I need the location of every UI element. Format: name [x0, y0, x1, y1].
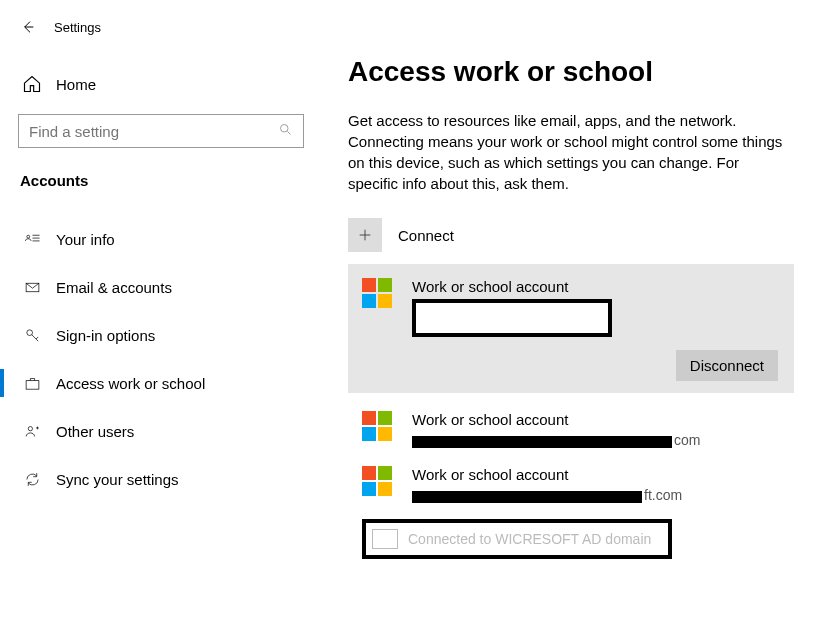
briefcase-icon [22, 375, 42, 392]
key-icon [22, 327, 42, 344]
page-description: Get access to resources like email, apps… [348, 110, 788, 194]
connect-row[interactable]: Connect [348, 218, 794, 252]
sidebar: Settings Home Accounts Your info [0, 0, 322, 618]
nav-label: Sign-in options [56, 327, 155, 344]
nav-label: Sync your settings [56, 471, 179, 488]
person-card-icon [22, 231, 42, 248]
search-icon [278, 122, 293, 140]
search-box[interactable] [18, 114, 304, 148]
nav-sync-settings[interactable]: Sync your settings [0, 455, 322, 503]
email-suffix: ft.com [644, 487, 682, 503]
svg-point-12 [28, 426, 32, 430]
nav-label: Access work or school [56, 375, 205, 392]
connect-label: Connect [398, 227, 454, 244]
redacted-email [412, 436, 672, 448]
account-card[interactable]: Work or school account ft.com [348, 466, 794, 503]
nav-list: Your info Email & accounts Sign-in optio… [0, 215, 322, 503]
nav-signin-options[interactable]: Sign-in options [0, 311, 322, 359]
app-title: Settings [54, 20, 101, 35]
nav-label: Other users [56, 423, 134, 440]
nav-email-accounts[interactable]: Email & accounts [0, 263, 322, 311]
nav-label: Your info [56, 231, 115, 248]
page-title: Access work or school [348, 56, 794, 88]
disconnect-button[interactable]: Disconnect [676, 350, 778, 381]
microsoft-logo-icon [362, 411, 392, 441]
home-nav[interactable]: Home [0, 60, 322, 108]
sync-icon [22, 471, 42, 488]
home-icon [22, 74, 42, 94]
mail-icon [22, 279, 42, 296]
email-suffix: com [674, 432, 700, 448]
svg-rect-11 [26, 380, 39, 389]
redacted-email [412, 491, 642, 503]
svg-line-2 [287, 131, 290, 134]
microsoft-logo-icon [362, 278, 392, 308]
search-input[interactable] [29, 123, 253, 140]
add-connect-button[interactable] [348, 218, 382, 252]
microsoft-logo-icon [362, 466, 392, 496]
account-title: Work or school account [412, 411, 700, 428]
account-title: Work or school account [412, 278, 612, 295]
back-button[interactable] [8, 11, 48, 43]
domain-connection-card[interactable]: Connected to WICRESOFT AD domain [362, 519, 672, 559]
account-card[interactable]: Work or school account com [348, 411, 794, 448]
nav-access-work-school[interactable]: Access work or school [0, 359, 322, 407]
svg-point-1 [281, 125, 289, 133]
nav-your-info[interactable]: Your info [0, 215, 322, 263]
nav-label: Email & accounts [56, 279, 172, 296]
section-title: Accounts [0, 148, 322, 189]
arrow-left-icon [20, 19, 36, 35]
account-title: Work or school account [412, 466, 682, 483]
redacted-account-detail [412, 299, 612, 337]
plus-icon [357, 227, 373, 243]
users-icon [22, 423, 42, 440]
home-label: Home [56, 76, 96, 93]
svg-point-3 [26, 235, 29, 238]
account-card-expanded[interactable]: Work or school account Disconnect [348, 264, 794, 393]
nav-other-users[interactable]: Other users [0, 407, 322, 455]
domain-icon [372, 529, 398, 549]
svg-line-10 [36, 336, 38, 338]
domain-text: Connected to WICRESOFT AD domain [408, 531, 651, 547]
main-content: Access work or school Get access to reso… [322, 0, 824, 618]
svg-point-8 [26, 329, 32, 335]
